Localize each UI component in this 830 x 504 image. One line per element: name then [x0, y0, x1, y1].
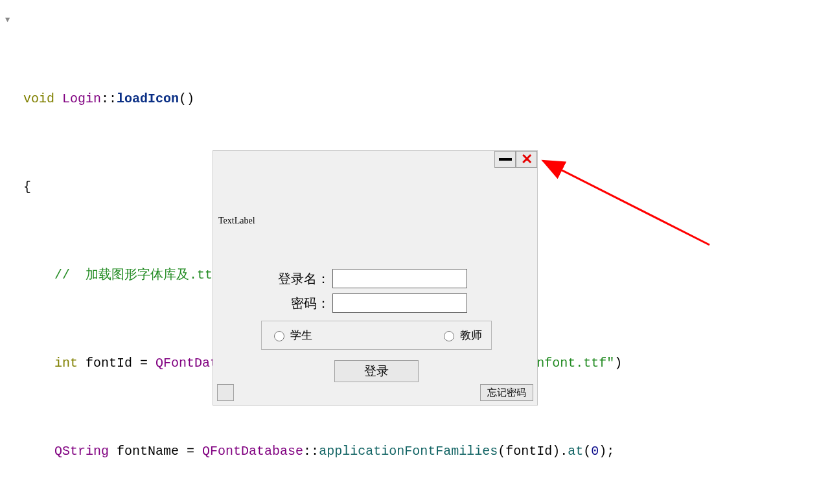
- minimize-icon: [499, 158, 512, 161]
- username-label: 登录名：: [261, 270, 332, 288]
- password-input[interactable]: [332, 293, 467, 313]
- radio-teacher[interactable]: 教师: [441, 328, 482, 343]
- keyword-void: void: [23, 91, 54, 106]
- password-label: 密码：: [261, 295, 332, 312]
- row-password: 密码：: [261, 293, 492, 313]
- radio-student-input[interactable]: [274, 331, 284, 341]
- radio-teacher-input[interactable]: [444, 331, 454, 341]
- bottom-left-button[interactable]: [217, 384, 234, 401]
- radio-student[interactable]: 学生: [271, 328, 312, 343]
- code-line: void Login::loadIcon(): [0, 88, 830, 110]
- class-name: Login: [62, 91, 101, 106]
- close-icon: ✕: [521, 152, 533, 166]
- forgot-password-button[interactable]: 忘记密码: [480, 384, 533, 401]
- radio-student-label: 学生: [290, 328, 312, 343]
- login-button[interactable]: 登录: [334, 360, 419, 382]
- text-label: TextLabel: [218, 216, 255, 226]
- fold-icon[interactable]: ▼: [5, 9, 13, 17]
- login-dialog: ✕ TextLabel 登录名： 密码： 学生 教师 登录 忘记密码: [213, 150, 538, 406]
- login-form: 登录名： 密码： 学生 教师 登录: [261, 269, 492, 382]
- close-button[interactable]: ✕: [516, 151, 537, 168]
- radio-teacher-label: 教师: [460, 328, 482, 343]
- titlebar: ✕: [494, 151, 537, 168]
- code-line: QString fontName = QFontDatabase::applic…: [0, 441, 830, 463]
- username-input[interactable]: [332, 269, 467, 288]
- row-username: 登录名：: [261, 269, 492, 288]
- function-name: loadIcon: [117, 91, 179, 106]
- role-radio-group: 学生 教师: [261, 321, 492, 350]
- minimize-button[interactable]: [494, 151, 516, 168]
